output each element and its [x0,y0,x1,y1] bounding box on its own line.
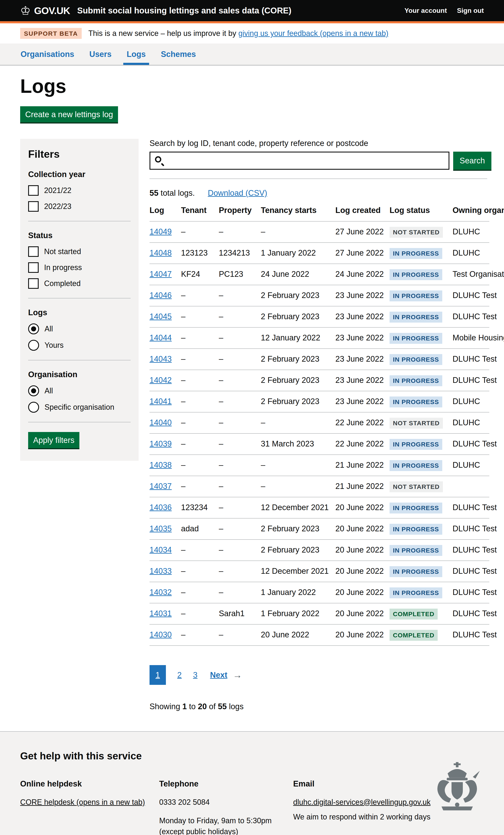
tenancy-starts-cell: – [261,455,335,476]
checkbox-not-started[interactable]: Not started [28,246,130,257]
service-name[interactable]: Submit social housing lettings and sales… [77,6,291,15]
pagination-page-2[interactable]: 2 [177,671,182,679]
tenant-cell: 123234 [181,497,219,518]
radio-input[interactable] [28,323,39,334]
owning-organisation-cell: DLUHC Test [452,306,489,327]
log-id-link[interactable]: 14043 [149,354,172,363]
log-id-link[interactable]: 14041 [149,397,172,406]
log-status-cell: IN PROGRESS [389,455,452,476]
log-id-link[interactable]: 14033 [149,567,172,575]
table-row: 14036 123234 – 12 December 2021 20 June … [149,497,489,518]
tenancy-starts-cell: 31 March 2023 [261,433,335,455]
radio-specific-organisation[interactable]: Specific organisation [28,402,130,413]
page-content: Logs Create a new lettings log Filters C… [0,65,504,711]
owning-organisation-cell: DLUHC [452,412,489,433]
showing-to-word: to [187,702,198,711]
tenant-cell: KF24 [181,264,219,285]
page-title: Logs [20,77,504,96]
your-account-link[interactable]: Your account [404,7,447,15]
log-id-link[interactable]: 14031 [149,609,172,618]
table-row: 14040 – – – 22 June 2022 NOT STARTED DLU… [149,412,489,433]
core-helpdesk-link[interactable]: CORE helpdesk (opens in a new tab) [20,798,145,807]
nav-item-organisations[interactable]: Organisations [17,43,78,65]
tenancy-starts-cell: 2 February 2023 [261,349,335,370]
checkbox-input[interactable] [28,201,39,212]
col-header-log-status: Log status [389,203,452,221]
log-id-link[interactable]: 14045 [149,312,172,321]
log-id-link[interactable]: 14032 [149,588,172,597]
owning-organisation-cell: DLUHC Test [452,349,489,370]
radio-logs-all[interactable]: All [28,323,130,334]
nav-item-users[interactable]: Users [86,43,115,65]
log-created-cell: 23 June 2022 [335,391,389,412]
log-id-link[interactable]: 14030 [149,630,172,639]
radio-input[interactable] [28,402,39,413]
showing-total: 55 [218,702,227,711]
pagination-next-link[interactable]: Next [210,671,227,679]
log-id-link[interactable]: 14038 [149,461,172,469]
log-id-link[interactable]: 14046 [149,291,172,300]
email-link[interactable]: dluhc.digital-services@levellingup.gov.u… [293,798,430,807]
tenant-cell: – [181,539,219,561]
create-lettings-log-button[interactable]: Create a new lettings log [20,106,118,122]
status-badge: IN PROGRESS [389,333,442,344]
log-id-link[interactable]: 14036 [149,503,172,512]
footer-helpdesk-section: Online helpdesk CORE helpdesk (opens in … [20,779,159,835]
checkbox-completed[interactable]: Completed [28,278,130,289]
log-created-cell: 27 June 2022 [335,221,389,243]
checkbox-in-progress[interactable]: In progress [28,262,130,273]
search-box [149,151,449,170]
footer-email-section: Email dluhc.digital-services@levellingup… [293,779,440,835]
tenant-cell: – [181,285,219,306]
log-id-link[interactable]: 14049 [149,227,172,236]
log-id-cell: 14036 [149,497,181,518]
nav-item-logs[interactable]: Logs [123,43,149,65]
checkbox-2022-23[interactable]: 2022/23 [28,201,130,212]
log-id-link[interactable]: 14039 [149,439,172,448]
tenant-cell: – [181,624,219,646]
radio-logs-yours[interactable]: Yours [28,340,130,351]
log-id-cell: 14035 [149,518,181,539]
primary-navigation: Organisations Users Logs Schemes [0,43,504,65]
sign-out-link[interactable]: Sign out [457,7,484,15]
owning-organisation-cell: DLUHC [452,391,489,412]
checkbox-input[interactable] [28,246,39,257]
property-cell: – [219,561,261,582]
tenant-cell: – [181,561,219,582]
checkbox-label: Completed [44,279,81,288]
radio-organisation-all[interactable]: All [28,385,130,396]
apply-filters-button[interactable]: Apply filters [28,432,79,448]
checkbox-2021-22[interactable]: 2021/22 [28,185,130,196]
nav-item-schemes[interactable]: Schemes [158,43,199,65]
checkbox-input[interactable] [28,278,39,289]
property-cell: – [219,285,261,306]
log-id-link[interactable]: 14035 [149,524,172,533]
download-csv-link[interactable]: Download (CSV) [208,189,267,198]
log-id-cell: 14034 [149,539,181,561]
log-id-link[interactable]: 14037 [149,482,172,491]
log-id-link[interactable]: 14040 [149,418,172,427]
pagination-current-page[interactable]: 1 [149,665,166,685]
property-cell: – [219,306,261,327]
search-button[interactable]: Search [453,151,491,170]
checkbox-input[interactable] [28,185,39,196]
search-input[interactable] [149,151,449,170]
log-status-cell: NOT STARTED [389,412,452,433]
showing-summary: Showing 1 to 20 of 55 logs [149,702,504,711]
radio-input[interactable] [28,340,39,351]
organisation-filter-label: Organisation [28,370,130,379]
log-id-link[interactable]: 14048 [149,248,172,257]
govuk-logo[interactable]: ♔ GOV.UK Submit social housing lettings … [20,5,291,17]
log-created-cell: 20 June 2022 [335,539,389,561]
checkbox-input[interactable] [28,262,39,273]
pagination-page-3[interactable]: 3 [193,671,197,679]
log-id-link[interactable]: 14047 [149,270,172,279]
feedback-link[interactable]: giving us your feedback (opens in a new … [238,29,388,38]
log-id-link[interactable]: 14044 [149,333,172,342]
crown-icon: ♔ [20,5,31,17]
log-created-cell: 23 June 2022 [335,285,389,306]
log-id-link[interactable]: 14034 [149,545,172,554]
log-id-link[interactable]: 14042 [149,376,172,385]
radio-input[interactable] [28,385,39,396]
table-row: 14048 123123 1234213 1 January 2022 27 J… [149,243,489,264]
